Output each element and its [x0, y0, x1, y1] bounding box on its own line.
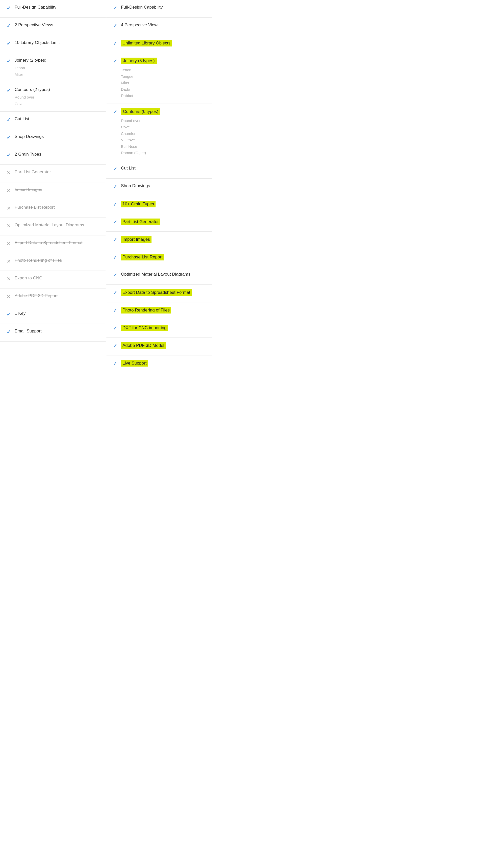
feature-row: ✓Shop Drawings: [106, 179, 212, 196]
feature-label: Contours (2 types): [15, 87, 50, 92]
highlight-box: Joinery (5 types): [121, 57, 157, 64]
feature-row: ✓Cut List: [106, 161, 212, 179]
cross-icon: ✕: [5, 170, 12, 176]
feature-label: DXF for CNC importing: [121, 325, 168, 331]
feature-label: Import Images: [121, 236, 152, 243]
feature-label: Shop Drawings: [121, 183, 150, 188]
feature-content: Shop Drawings: [121, 183, 207, 189]
sub-item: Cove: [121, 124, 207, 130]
check-icon: ✓: [5, 40, 12, 46]
feature-label: Part List Generator: [15, 170, 51, 174]
feature-label: Optimized Material Layout Diagrams: [121, 272, 190, 277]
check-icon: ✓: [111, 109, 118, 115]
feature-content: Cut List: [15, 116, 101, 122]
feature-row: ✓Cut List: [0, 112, 106, 129]
feature-label: 10 Library Objects Limit: [15, 40, 60, 45]
feature-label: 10+ Grain Types: [121, 201, 155, 207]
feature-row: ✓Full-Design Capability: [106, 0, 212, 18]
feature-label: 4 Perspective Views: [121, 22, 160, 27]
feature-content: Optimized Material Layout Diagrams: [15, 222, 101, 228]
feature-label: Cut List: [121, 166, 135, 171]
check-icon: ✓: [5, 5, 12, 11]
feature-content: Full-Design Capability: [121, 4, 207, 10]
feature-row: ✕Adobe PDF 3D Report: [0, 289, 106, 306]
feature-label: Joinery (5 types): [123, 58, 155, 63]
feature-row: ✓1 Key: [0, 306, 106, 324]
sub-item: Tenon: [121, 67, 207, 73]
sub-item: Miter: [121, 79, 207, 86]
feature-row: ✓Export Data to Spreadsheet Format: [106, 285, 212, 302]
feature-label: Export to CNC: [15, 276, 42, 280]
feature-content: 10+ Grain Types: [121, 201, 207, 207]
feature-row: ✓Contours (6 types)Round overCoveChamfer…: [106, 104, 212, 161]
feature-row: ✓10+ Grain Types: [106, 196, 212, 214]
check-icon: ✓: [5, 117, 12, 123]
feature-row: ✓Live Support: [106, 355, 212, 373]
feature-row: ✕Export to CNC: [0, 271, 106, 289]
feature-label: Adobe PDF 3D Model: [121, 342, 166, 349]
feature-row: ✓4 Perspective Views: [106, 18, 212, 35]
feature-content: Export Data to Spreadsheet Format: [15, 240, 101, 246]
feature-row: ✓Purchase List Report: [106, 249, 212, 267]
feature-label: Part List Generator: [121, 218, 160, 225]
sub-item: Round over: [121, 117, 207, 124]
cross-icon: ✕: [5, 293, 12, 300]
check-icon: ✓: [111, 219, 118, 225]
sub-item: Roman (Ogee): [121, 150, 207, 156]
feature-label: Purchase List Report: [121, 254, 164, 260]
feature-content: Purchase List Report: [15, 205, 101, 210]
feature-label: Purchase List Report: [15, 205, 55, 210]
check-icon: ✓: [5, 152, 12, 158]
check-icon: ✓: [111, 343, 118, 349]
check-icon: ✓: [111, 290, 118, 296]
sub-item: Rabbet: [121, 93, 207, 99]
check-icon: ✓: [111, 184, 118, 190]
feature-row: ✓Optimized Material Layout Diagrams: [106, 267, 212, 285]
sub-item: Bull Nose: [121, 143, 207, 150]
comparison-table: ✓Full-Design Capability✓2 Perspective Vi…: [0, 0, 212, 373]
sub-item: V Grove: [121, 137, 207, 143]
feature-content: 2 Perspective Views: [15, 22, 101, 28]
check-icon: ✓: [5, 329, 12, 335]
sub-item: Cove: [15, 100, 101, 107]
feature-row: ✓Import Images: [106, 232, 212, 249]
check-icon: ✓: [5, 58, 12, 64]
check-icon: ✓: [111, 361, 118, 366]
feature-content: 2 Grain Types: [15, 152, 101, 157]
cross-icon: ✕: [5, 276, 12, 282]
feature-label: Export Data to Spreadsheet Format: [15, 240, 82, 245]
sub-item: Tenon: [15, 65, 101, 71]
feature-content: Full-Design Capability: [15, 4, 101, 10]
feature-label: Unlimited Library Objects: [121, 40, 172, 46]
feature-content: Joinery (2 types)TenonMiter: [15, 57, 101, 77]
feature-content: DXF for CNC importing: [121, 325, 207, 331]
feature-label: Contours (6 types): [123, 109, 158, 114]
sub-items: TenonMiter: [15, 65, 101, 77]
feature-label: 2 Grain Types: [15, 152, 41, 157]
cross-icon: ✕: [5, 188, 12, 193]
feature-content: Part List Generator: [121, 218, 207, 225]
feature-label: 1 Key: [15, 311, 25, 316]
feature-row: ✓10 Library Objects Limit: [0, 35, 106, 53]
feature-row: ✓Contours (2 types)Round overCove: [0, 82, 106, 112]
feature-row: ✕Part List Generator: [0, 165, 106, 182]
check-icon: ✓: [111, 325, 118, 331]
check-icon: ✓: [111, 166, 118, 172]
check-icon: ✓: [111, 23, 118, 29]
sub-item: Miter: [15, 71, 101, 78]
feature-content: Adobe PDF 3D Report: [15, 293, 101, 299]
check-icon: ✓: [111, 40, 118, 46]
feature-label: 2 Perspective Views: [15, 22, 53, 27]
feature-content: Import Images: [15, 187, 101, 193]
check-icon: ✓: [111, 254, 118, 260]
feature-row: ✓Joinery (2 types)TenonMiter: [0, 53, 106, 82]
feature-content: Part List Generator: [15, 169, 101, 175]
feature-content: 10 Library Objects Limit: [15, 40, 101, 45]
feature-content: Photo Rendering of Files: [121, 307, 207, 313]
check-icon: ✓: [5, 87, 12, 94]
feature-row: ✓Joinery (5 types)TenonTongueMiterDadoRa…: [106, 53, 212, 104]
right-column: ✓Full-Design Capability✓4 Perspective Vi…: [106, 0, 212, 373]
feature-row: ✕Export Data to Spreadsheet Format: [0, 235, 106, 253]
highlight-box: Contours (6 types): [121, 108, 160, 115]
feature-label: Joinery (2 types): [15, 58, 46, 63]
